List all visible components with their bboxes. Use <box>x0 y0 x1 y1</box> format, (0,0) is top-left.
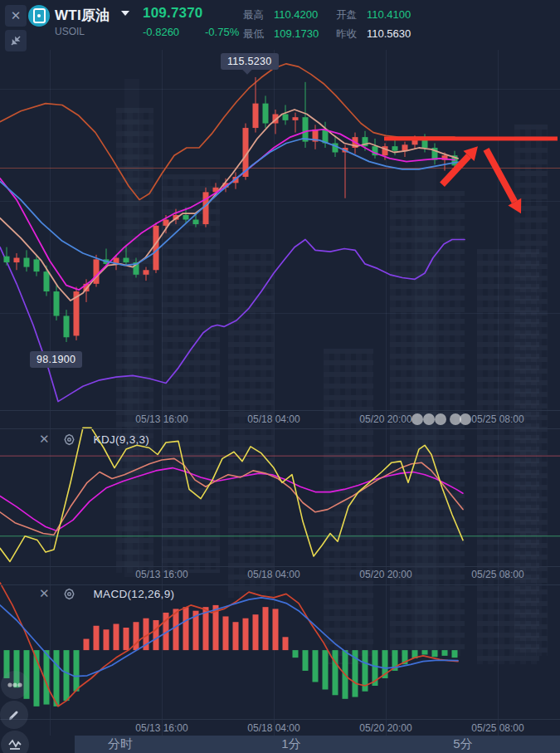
chevron-down-icon[interactable] <box>121 11 129 16</box>
symbol-code: USOIL <box>55 26 85 37</box>
time-axis-label: 05/13 16:00 <box>135 722 187 734</box>
last-price: 109.7370 <box>143 5 203 22</box>
tab-5min[interactable]: 5分 <box>453 736 472 752</box>
time-axis-label: 05/20 20:00 <box>359 569 411 580</box>
time-axis-label: 05/18 04:00 <box>247 722 299 734</box>
kdj-header: ✕ KDJ(9,3,3) <box>39 432 149 447</box>
tab-1min[interactable]: 1分 <box>281 736 300 752</box>
time-axis-label: 05/18 04:00 <box>247 413 299 425</box>
pager-dots-button[interactable] <box>1 671 29 699</box>
draw-pencil-button[interactable] <box>0 701 28 729</box>
trading-app: ✕ WTI原油 USOIL 109.7370 -0.8260 -0.75% 最高… <box>0 0 560 753</box>
interval-tabbar <box>75 736 560 753</box>
macd-chart[interactable] <box>0 581 560 721</box>
header: ✕ WTI原油 USOIL 109.7370 -0.8260 -0.75% 最高… <box>0 0 560 50</box>
stat-open-label: 开盘 <box>336 8 357 22</box>
kdj-label: KDJ(9,3,3) <box>94 433 150 446</box>
price-change: -0.8260 <box>143 26 179 38</box>
stat-low-value: 109.1730 <box>274 27 319 40</box>
stat-high-value: 110.4200 <box>274 8 318 21</box>
macd-label: MACD(12,26,9) <box>94 588 175 600</box>
macd-settings-icon[interactable] <box>63 588 75 600</box>
kdj-chart[interactable] <box>0 428 560 566</box>
stat-prevclose-value: 110.5630 <box>367 27 411 40</box>
high-annotation: 115.5230 <box>221 53 279 70</box>
stat-open-value: 110.4100 <box>367 8 411 21</box>
stat-prevclose-label: 昨收 <box>336 27 357 42</box>
main-time-axis: 05/13 16:0005/18 04:0005/20 20:0005/25 0… <box>0 412 560 428</box>
symbol-title[interactable]: WTI原油 <box>55 6 110 25</box>
price-change-pct: -0.75% <box>205 26 239 38</box>
time-axis-label: 05/13 16:00 <box>135 413 187 425</box>
macd-close-icon[interactable]: ✕ <box>39 586 50 601</box>
time-axis-label: 05/13 16:00 <box>135 569 187 580</box>
stat-high-label: 最高 <box>243 8 264 22</box>
collapse-icon[interactable] <box>5 30 27 51</box>
time-axis-label: 05/20 20:00 <box>359 722 411 734</box>
time-axis-label: 05/25 08:00 <box>471 569 523 580</box>
time-axis-label: 05/25 08:00 <box>471 722 523 734</box>
time-axis-label: 05/18 04:00 <box>247 569 299 580</box>
macd-time-axis: 05/13 16:0005/18 04:0005/20 20:0005/25 0… <box>0 721 560 737</box>
macd-header: ✕ MACD(12,26,9) <box>39 586 174 601</box>
time-axis-label: 05/25 08:00 <box>471 413 523 425</box>
close-button[interactable]: ✕ <box>5 5 27 27</box>
low-annotation: 98.1900 <box>30 351 82 368</box>
tab-timeshare[interactable]: 分时 <box>108 736 133 752</box>
instrument-logo-icon <box>28 5 50 27</box>
kdj-time-axis: 05/13 16:0005/18 04:0005/20 20:0005/25 0… <box>0 567 560 584</box>
stat-low-label: 最低 <box>243 27 264 42</box>
indicator-chart-button[interactable] <box>1 731 29 753</box>
kdj-settings-icon[interactable] <box>63 433 75 446</box>
time-axis-label: 05/20 20:00 <box>359 413 411 425</box>
main-candlestick-chart[interactable] <box>0 50 560 411</box>
kdj-close-icon[interactable]: ✕ <box>39 432 50 447</box>
